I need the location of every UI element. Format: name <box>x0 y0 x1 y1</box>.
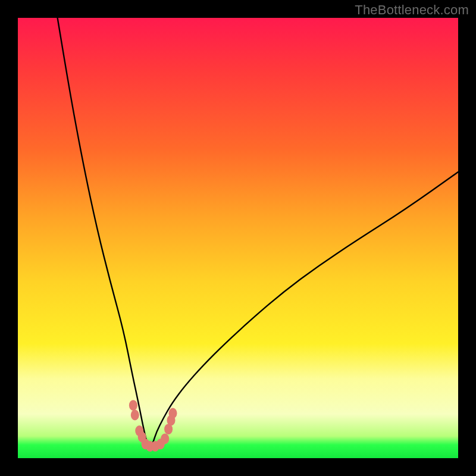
bottleneck-curve <box>58 18 458 447</box>
curve-marker <box>129 400 137 411</box>
plot-area <box>18 18 458 458</box>
curve-layer <box>58 18 458 447</box>
curve-marker <box>169 408 177 419</box>
curve-marker <box>161 433 169 444</box>
watermark-text: TheBottleneck.com <box>355 2 469 18</box>
bottleneck-curve-svg <box>18 18 458 458</box>
outer-frame: TheBottleneck.com <box>0 0 476 476</box>
curve-marker <box>131 410 139 421</box>
